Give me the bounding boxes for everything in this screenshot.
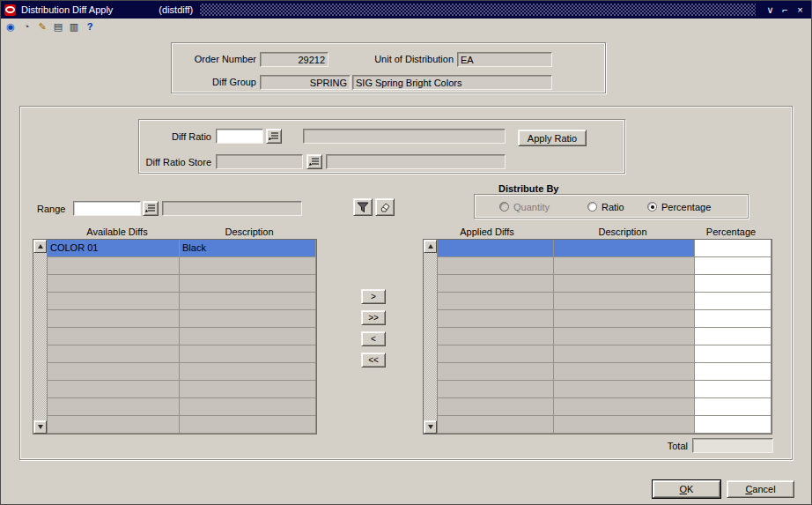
percentage-cell[interactable]	[695, 328, 771, 345]
table-row[interactable]	[48, 363, 316, 381]
move-left-button[interactable]: <	[361, 331, 386, 346]
apply-ratio-label: Apply Ratio	[528, 133, 577, 144]
move-all-right-button[interactable]: >>	[361, 310, 386, 325]
eraser-icon	[379, 202, 391, 213]
applied-diffs-header: Applied Diffs	[425, 227, 549, 238]
minimize-button[interactable]: ∨	[763, 4, 778, 17]
diff-group-label: Diff Group	[177, 77, 256, 88]
apply-ratio-button[interactable]: Apply Ratio	[518, 130, 587, 146]
diff-ratio-store-field[interactable]	[216, 154, 303, 169]
globe-icon[interactable]: ◉	[4, 20, 17, 33]
scrollbar-track[interactable]	[33, 253, 47, 420]
available-diffs-scrollbar[interactable]	[33, 240, 48, 434]
quantity-radio-label: Quantity	[513, 202, 550, 213]
percentage-cell[interactable]	[695, 257, 771, 275]
range-lov-button[interactable]	[143, 201, 159, 216]
table-row[interactable]	[438, 381, 771, 398]
total-field	[692, 438, 773, 453]
table-row[interactable]	[438, 416, 771, 434]
filter-funnel-icon	[357, 202, 369, 213]
clock-icon[interactable]: ◔	[20, 20, 33, 33]
scroll-up-button[interactable]	[33, 240, 47, 253]
down-arrow-icon	[38, 425, 43, 429]
percentage-cell[interactable]	[695, 398, 771, 416]
table-row[interactable]: COLOR 01 Black	[48, 240, 316, 257]
diff-ratio-input[interactable]	[216, 129, 263, 144]
table-row[interactable]	[438, 328, 771, 345]
move-all-left-button[interactable]: <<	[361, 353, 386, 368]
percentage-cell[interactable]	[695, 363, 771, 381]
diff-ratio-store-label: Diff Ratio Store	[139, 157, 211, 168]
clipboard-icon[interactable]: ▤	[52, 20, 64, 33]
diff-ratio-store-description-field[interactable]	[326, 154, 506, 169]
available-diffs-header: Available Diffs	[47, 227, 188, 238]
unit-of-distribution-field[interactable]: EA	[457, 52, 552, 67]
table-row[interactable]	[48, 257, 316, 275]
scroll-down-button[interactable]	[33, 420, 47, 434]
distribute-by-title: Distribute By	[496, 183, 561, 194]
table-row[interactable]	[48, 328, 316, 345]
down-arrow-icon	[428, 425, 433, 429]
clear-button[interactable]	[375, 198, 395, 216]
percentage-cell[interactable]	[695, 240, 771, 257]
table-row[interactable]	[48, 345, 316, 363]
percentage-radio-label: Percentage	[661, 202, 711, 213]
up-arrow-icon	[428, 244, 433, 249]
order-number-field[interactable]: 29212	[260, 52, 328, 67]
available-description-cell: Black	[180, 240, 316, 257]
percentage-cell[interactable]	[695, 416, 771, 434]
applied-diffs-scrollbar[interactable]	[424, 240, 438, 434]
ok-button-label: OK	[680, 484, 694, 494]
table-row[interactable]	[438, 240, 771, 257]
window-title: Distribution Diff Apply	[21, 4, 113, 15]
table-row[interactable]	[438, 398, 771, 416]
scroll-up-button[interactable]	[424, 240, 437, 253]
table-row[interactable]	[48, 381, 316, 398]
edit-icon[interactable]: ✎	[36, 20, 48, 33]
percentage-cell[interactable]	[695, 275, 771, 293]
filter-button[interactable]	[353, 198, 373, 216]
cancel-button[interactable]: Cancel	[727, 480, 794, 498]
help-icon[interactable]: ?	[84, 20, 96, 33]
diff-ratio-lov-button[interactable]	[266, 129, 282, 144]
range-input[interactable]	[73, 201, 141, 216]
print-icon[interactable]: ▥	[68, 20, 80, 33]
move-right-button[interactable]: >	[361, 289, 386, 304]
table-row[interactable]	[438, 257, 771, 275]
close-button[interactable]: ×	[793, 4, 808, 17]
diff-ratio-description-field[interactable]	[303, 129, 506, 144]
table-row[interactable]	[438, 293, 771, 310]
percentage-cell[interactable]	[695, 381, 771, 398]
percentage-radio[interactable]	[647, 202, 657, 212]
table-row[interactable]	[48, 293, 316, 310]
diff-group-description-field[interactable]: SIG Spring Bright Colors	[352, 75, 552, 90]
maximize-button[interactable]: ⌐	[778, 4, 793, 17]
table-row[interactable]	[48, 416, 316, 434]
table-row[interactable]	[48, 275, 316, 293]
scrollbar-track[interactable]	[424, 253, 437, 420]
applied-diffs-grid	[438, 240, 771, 434]
percentage-cell[interactable]	[695, 310, 771, 328]
table-row[interactable]	[438, 363, 771, 381]
ok-button[interactable]: OK	[653, 480, 720, 498]
list-of-values-icon	[145, 204, 156, 213]
available-diff-cell: COLOR 01	[48, 240, 180, 257]
table-row[interactable]	[438, 275, 771, 293]
range-description-field[interactable]	[162, 201, 302, 216]
diff-group-field[interactable]: SPRING	[260, 75, 351, 90]
available-diffs-grid: COLOR 01 Black	[48, 240, 316, 434]
cancel-button-label: Cancel	[745, 484, 775, 494]
quantity-radio[interactable]	[499, 202, 509, 212]
ratio-radio[interactable]	[587, 202, 597, 212]
table-row[interactable]	[48, 398, 316, 416]
titlebar-pattern	[200, 4, 756, 16]
diff-ratio-store-lov-button[interactable]	[306, 154, 322, 169]
table-row[interactable]	[438, 310, 771, 328]
available-diffs-table: COLOR 01 Black	[33, 239, 317, 434]
titlebar: Distribution Diff Apply (distdiff) ∨ ⌐ ×	[1, 1, 811, 19]
table-row[interactable]	[438, 345, 771, 363]
table-row[interactable]	[48, 310, 316, 328]
scroll-down-button[interactable]	[424, 420, 437, 434]
percentage-cell[interactable]	[695, 345, 771, 363]
percentage-cell[interactable]	[695, 293, 771, 310]
